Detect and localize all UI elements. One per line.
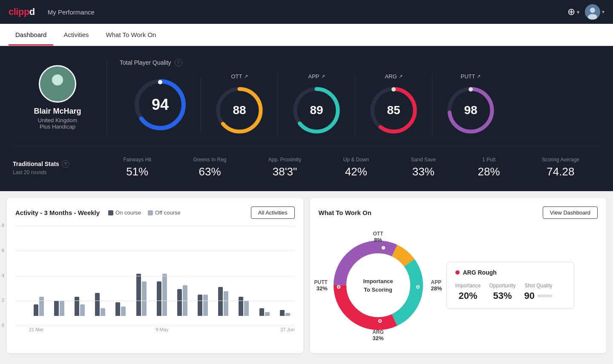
fairways-label: Fairways Hit <box>123 157 151 163</box>
avatar <box>39 65 76 103</box>
main-gauge-wrapper: 94 <box>120 77 201 132</box>
bar-light <box>101 308 105 316</box>
updown-label: Up & Down <box>343 157 369 163</box>
stat-updown: Up & Down 42% <box>343 157 369 178</box>
grid-label-2: 2 <box>2 298 4 303</box>
activity-title: Activity - 3 Months - Weekly <box>15 209 100 216</box>
bar-dark <box>218 287 223 316</box>
bar-light <box>265 312 270 316</box>
greens-value: 63% <box>199 165 221 178</box>
trad-title: Traditional Stats ? <box>13 160 94 168</box>
player-name: Blair McHarg <box>34 107 81 116</box>
tab-what-to-work-on[interactable]: What To Work On <box>99 25 163 46</box>
bar-light <box>183 285 187 316</box>
chart-legend: On course Off course <box>108 209 181 216</box>
arg-label: ARG ↗ <box>385 73 402 80</box>
bar-light <box>60 301 64 316</box>
bar-dark <box>95 293 100 316</box>
bar-light <box>224 291 228 316</box>
header: clippd My Performance ⊕ ▾ ▾ <box>0 0 613 24</box>
user-menu[interactable]: ▾ <box>585 4 604 20</box>
putt-dot <box>337 285 340 289</box>
tab-activities[interactable]: Activities <box>57 25 95 46</box>
bar-group <box>132 274 151 316</box>
all-activities-button[interactable]: All Activities <box>251 206 295 219</box>
what-to-work-on-panel: What To Work On View Dashboard <box>310 198 607 353</box>
bar-light <box>121 307 126 316</box>
donut-center: Importance To Scoring <box>363 277 393 294</box>
quality-title: Total Player Quality <box>120 59 171 66</box>
quality-gauges: 94 OTT ↗ 88 <box>120 73 592 136</box>
trad-label: Traditional Stats ? Last 20 rounds <box>13 160 102 175</box>
grid-label-4: 4 <box>2 273 4 278</box>
bar-dark <box>239 297 243 316</box>
bottom-panels: Activity - 3 Months - Weekly On course O… <box>0 191 613 360</box>
tab-dashboard[interactable]: Dashboard <box>9 25 53 46</box>
traditional-stats: Traditional Stats ? Last 20 rounds Fairw… <box>13 146 600 178</box>
bar-dark <box>54 301 59 316</box>
svg-point-19 <box>469 87 473 92</box>
shot-quality-metric: Shot Quality 90 <box>524 283 553 301</box>
trad-help-icon[interactable]: ? <box>62 160 69 168</box>
ott-trend-icon: ↗ <box>244 74 248 79</box>
add-dropdown-icon: ▾ <box>577 9 580 15</box>
quality-header: Total Player Quality ? <box>120 59 592 66</box>
stat-scoring: Scoring Average 74.28 <box>542 157 579 178</box>
bar-dark <box>280 310 285 316</box>
app-gauge: 89 <box>291 85 342 136</box>
bar-light <box>244 301 249 316</box>
detail-card: ARG Rough Importance 20% Opportunity 53%… <box>446 262 574 309</box>
view-dashboard-button[interactable]: View Dashboard <box>543 206 598 219</box>
arg-gauge: 85 <box>368 85 419 136</box>
grid-label-6: 6 <box>2 248 4 253</box>
app-label: APP ↗ <box>308 73 325 80</box>
player-metrics: Blair McHarg United Kingdom Plus Handica… <box>13 59 600 136</box>
scoring-label: Scoring Average <box>542 157 579 163</box>
app-trend-icon: ↗ <box>321 74 325 79</box>
bar-dark <box>136 274 141 316</box>
activity-panel-header: Activity - 3 Months - Weekly On course O… <box>15 206 295 219</box>
legend-on-course: On course <box>108 209 141 216</box>
main-gauge: 94 <box>132 77 188 132</box>
opportunity-metric: Opportunity 53% <box>489 283 516 301</box>
donut-wrapper: Importance To Scoring OTT 8% APP 28% ARG… <box>319 226 438 345</box>
ott-label: OTT ↗ <box>231 73 248 80</box>
arg-gauge-wrapper: ARG ↗ 85 <box>355 73 432 136</box>
activity-header-left: Activity - 3 Months - Weekly On course O… <box>15 209 181 216</box>
add-button[interactable]: ⊕ ▾ <box>567 6 580 17</box>
x-label-1: 21 Mar <box>29 327 43 332</box>
header-title: My Performance <box>48 9 95 16</box>
putt-trend-icon: ↗ <box>477 74 481 79</box>
putt-label: PUTT ↗ <box>461 73 481 80</box>
stat-oneputt: 1 Putt 28% <box>478 157 500 178</box>
logo[interactable]: clippd <box>9 6 35 17</box>
arg-value: 85 <box>387 103 400 117</box>
fairways-value: 51% <box>126 165 148 178</box>
header-right: ⊕ ▾ ▾ <box>567 4 604 20</box>
activity-panel: Activity - 3 Months - Weekly On course O… <box>7 198 303 353</box>
scoring-value: 74.28 <box>547 165 574 178</box>
avatar <box>585 4 600 20</box>
ott-gauge: 88 <box>214 85 265 136</box>
stat-proximity: App. Proximity 38'3" <box>268 157 301 178</box>
main-gauge-value: 94 <box>152 96 169 114</box>
bar-group <box>234 297 253 316</box>
svg-point-1 <box>590 8 595 13</box>
bar-dark <box>177 289 182 316</box>
player-country: United Kingdom <box>38 117 78 123</box>
svg-point-16 <box>391 87 396 92</box>
arg-rough-dot <box>455 270 460 275</box>
svg-rect-6 <box>48 86 67 101</box>
tabs-bar: Dashboard Activities What To Work On <box>0 24 613 46</box>
grid-label-0: 0 <box>2 323 4 328</box>
x-label-3: 27 Jun <box>280 327 294 332</box>
user-dropdown-icon: ▾ <box>602 9 604 15</box>
greens-label: Greens In Reg <box>193 157 226 163</box>
svg-point-4 <box>52 74 63 85</box>
arg-trend-icon: ↗ <box>399 74 403 79</box>
donut-section: Importance To Scoring OTT 8% APP 28% ARG… <box>319 226 598 345</box>
help-icon[interactable]: ? <box>175 59 182 66</box>
player-handicap: Plus Handicap <box>40 123 75 130</box>
arg-donut-label: ARG 32% <box>372 329 384 341</box>
legend-off-course: Off course <box>148 209 181 216</box>
